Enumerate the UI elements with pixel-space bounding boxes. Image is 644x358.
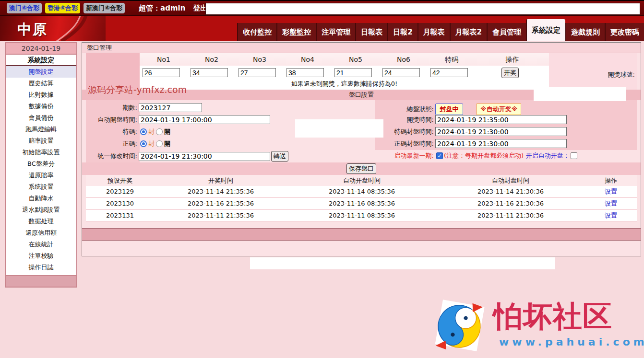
nav-tab-payment-monitor[interactable]: 收付監控 xyxy=(237,23,276,41)
special-code-label: 特碼: xyxy=(86,127,139,136)
col-header-no5: No5 xyxy=(332,53,380,66)
nav-tab-monthly-report[interactable]: 月報表 xyxy=(417,23,450,41)
panel-title: 盤口管理 xyxy=(82,43,641,53)
game-tab-macau[interactable]: 澳门⑥合彩 xyxy=(7,3,42,13)
overlay-box-top xyxy=(534,87,626,101)
history-header-draw-time: 开奖时间 xyxy=(154,176,287,185)
sidebar-item-operation-log[interactable]: 操作日誌 xyxy=(6,262,76,273)
game-tab-hongkong[interactable]: 香港⑥合彩 xyxy=(45,3,80,13)
history-draw-time: 2023-11-11 21:35:36 xyxy=(154,212,287,219)
normal-close-radio[interactable] xyxy=(140,140,147,147)
normal-open-radio[interactable] xyxy=(156,140,163,147)
nav-tab-game-rules[interactable]: 遊戲規則 xyxy=(565,23,605,41)
sidebar-item-odds-settings[interactable]: 賠率設置 xyxy=(6,135,76,147)
sidebar-date: 2024-01-19 xyxy=(6,43,76,55)
ball-input-1[interactable] xyxy=(143,68,180,77)
sidebar-item-data-backup[interactable]: 數據備份 xyxy=(6,101,76,112)
settings-link[interactable]: 设置 xyxy=(605,212,617,219)
ball-input-6[interactable] xyxy=(382,68,420,77)
special-close-radio[interactable] xyxy=(140,128,147,135)
normal-open-radio-label: 開 xyxy=(164,139,170,148)
col-header-no2: No2 xyxy=(188,53,236,66)
table-spacer xyxy=(86,222,637,228)
sidebar-item-rebate-default-settings[interactable]: 退水默認設置 xyxy=(6,204,76,216)
draw-button[interactable]: 开奖 xyxy=(501,68,519,78)
history-header-preset: 预设开奖 xyxy=(86,176,154,185)
sidebar-item-compare-data[interactable]: 比對數據 xyxy=(6,89,76,101)
save-plate-button[interactable]: 保存盤口 xyxy=(346,163,376,174)
sidebar-item-bc-plate-diff[interactable]: BC盤差分 xyxy=(6,158,76,170)
community-title: 怕坏社区 xyxy=(493,297,643,336)
ball-input-4[interactable] xyxy=(286,68,324,77)
game-tab-new-macau[interactable]: 新澳门⑥合彩 xyxy=(83,3,125,13)
history-draw-time: 2023-11-14 21:35:36 xyxy=(154,188,287,195)
sidebar-item-marquee-edit[interactable]: 跑馬燈編輯 xyxy=(6,124,76,135)
sidebar-item-initial-odds-settings[interactable]: 初始賠率設置 xyxy=(6,147,76,158)
auto-open-time-input[interactable] xyxy=(139,115,270,124)
history-auto-open-time: 2023-11-11 08:35:36 xyxy=(287,212,436,219)
nav-tab-bet-management[interactable]: 注單管理 xyxy=(316,23,355,41)
special-open-radio[interactable] xyxy=(156,128,163,135)
screen: 澳门⑥合彩 香港⑥合彩 新澳门⑥合彩 超管：admin 登出 中原 收付監控 彩… xyxy=(0,0,644,358)
sidebar-item-open-plate-settings[interactable]: 開盤設定 xyxy=(6,66,76,78)
normal-close-radio-label: 封 xyxy=(148,139,155,148)
draw-time-input[interactable] xyxy=(435,115,567,124)
col-header-no3: No3 xyxy=(236,53,284,66)
history-auto-close-time: 2023-11-14 21:30:36 xyxy=(436,188,585,195)
sidebar-footer xyxy=(6,275,76,287)
auto-open-toggle-checkbox[interactable] xyxy=(571,152,577,159)
draw-ball-label: 開獎球號: xyxy=(608,70,635,79)
brand-name: 中原 xyxy=(17,20,48,39)
sidebar-item-restore-odds[interactable]: 還原賠率 xyxy=(6,170,76,181)
table-row: 2023131 2023-11-11 21:35:36 2023-11-11 0… xyxy=(86,210,637,222)
sidebar-item-data-processing[interactable]: 数据处理 xyxy=(6,216,76,227)
nav-tab-monthly-report-2[interactable]: 月報表2 xyxy=(450,23,487,41)
issue-label: 期數: xyxy=(86,104,139,112)
col-header-action: 操作 xyxy=(476,53,549,66)
settings-form: 期數: 自动開盤時間: 特碼: 封 開 正碼: 封 xyxy=(86,100,637,162)
sidebar-item-system-settings[interactable]: 系统設置 xyxy=(6,181,76,193)
overlay-box-middle xyxy=(295,119,383,138)
plate-status-label: 總盤狀態: xyxy=(297,105,435,114)
nav-tab-member-management[interactable]: 會員管理 xyxy=(487,23,526,41)
special-close-time-input[interactable] xyxy=(435,127,567,136)
normal-close-time-input[interactable] xyxy=(435,139,567,148)
table-row: 2023130 2023-11-16 21:35:36 2023-11-16 0… xyxy=(86,198,637,210)
settings-link[interactable]: 设置 xyxy=(605,188,617,195)
sidebar-item-history-settlement[interactable]: 歷史結算 xyxy=(6,78,76,89)
issue-input[interactable] xyxy=(139,103,202,112)
marquee-input[interactable] xyxy=(205,3,640,15)
watermark-text: 源码分享站-ymfxz.com xyxy=(88,84,187,96)
sidebar-item-online-statistics[interactable]: 在線統計 xyxy=(6,239,76,250)
nav-tab-change-password[interactable]: 更改密碼 xyxy=(605,23,644,41)
col-header-special: 特码 xyxy=(428,53,476,66)
sidebar-item-auto-water-reduce[interactable]: 自動降水 xyxy=(6,193,76,204)
history-issue: 2023130 xyxy=(86,200,154,207)
history-issue: 2023129 xyxy=(86,188,154,195)
nav-tab-lottery-monitor[interactable]: 彩盤監控 xyxy=(276,23,316,41)
ball-input-2[interactable] xyxy=(191,68,228,77)
history-auto-open-time: 2023-11-16 08:35:36 xyxy=(287,200,436,207)
nav-tab-system-settings[interactable]: 系統設定 xyxy=(526,19,565,41)
table-row: 2023129 2023-11-14 21:35:36 2023-11-14 0… xyxy=(86,186,637,198)
sidebar: 2024-01-19 系統設定 開盤設定 歷史結算 比對數據 數據備份 會員備份… xyxy=(5,42,77,288)
sidebar-item-restore-credit[interactable]: 還原信用額 xyxy=(6,227,76,239)
sidebar-item-bet-verification[interactable]: 注單校驗 xyxy=(6,250,76,262)
sidebar-item-member-backup[interactable]: 會員備份 xyxy=(6,112,76,124)
ball-input-5[interactable] xyxy=(334,68,372,77)
transfer-button[interactable]: 轉送 xyxy=(271,151,288,162)
plate-status-badge[interactable]: 封盘中 xyxy=(435,104,463,115)
auto-draw-badge[interactable]: ※自动开奖※ xyxy=(477,104,521,115)
auto-open-toggle-label: -开启自动开盘： xyxy=(524,151,570,160)
nav-tab-daily-report-2[interactable]: 日報2 xyxy=(387,23,417,41)
ball-input-special[interactable] xyxy=(430,68,468,77)
unify-time-label: 统一修改时间: xyxy=(86,152,139,161)
header-band: 中原 收付監控 彩盤監控 注單管理 日報表 日報2 月報表 月報表2 會員管理 … xyxy=(0,16,644,41)
history-auto-open-time: 2023-11-14 08:35:36 xyxy=(287,188,436,195)
settings-link[interactable]: 设置 xyxy=(605,200,617,207)
nav-tab-daily-report[interactable]: 日報表 xyxy=(355,23,387,41)
history-auto-close-time: 2023-11-11 21:30:36 xyxy=(436,212,585,219)
start-latest-checkbox[interactable] xyxy=(436,152,443,159)
unify-time-input[interactable] xyxy=(139,152,270,161)
ball-input-3[interactable] xyxy=(239,68,276,77)
